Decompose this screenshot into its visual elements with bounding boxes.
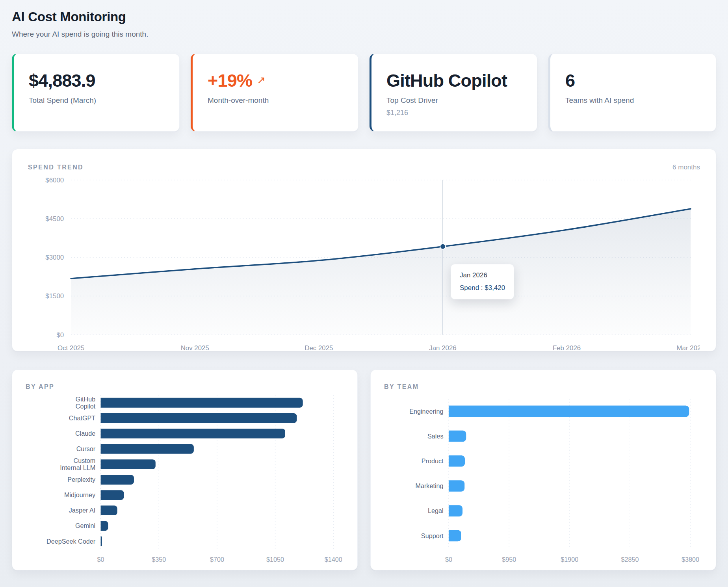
kpi-team-count-label: Teams with AI spend [565, 96, 701, 105]
kpi-team-count-value: 6 [565, 71, 701, 90]
trend-up-arrow-icon: ↗ [257, 74, 265, 86]
by-team-title: BY TEAM [384, 383, 419, 390]
kpi-top-driver-amount: $1,216 [386, 109, 522, 117]
kpi-mom-percent: +19% [208, 71, 252, 91]
svg-text:$1500: $1500 [45, 292, 64, 300]
svg-text:Dec 2025: Dec 2025 [305, 344, 333, 352]
spend-trend-header: SPEND TREND 6 months [28, 163, 700, 171]
kpi-total-spend-label: Total Spend (March) [29, 96, 164, 105]
svg-text:$350: $350 [152, 556, 166, 563]
svg-text:$1900: $1900 [561, 556, 578, 563]
svg-text:Cursor: Cursor [76, 445, 96, 452]
svg-text:Product: Product [422, 457, 444, 464]
svg-text:Gemini: Gemini [75, 522, 95, 529]
kpi-card-mom-change: +19%↗ Month-over-month [191, 54, 358, 132]
spend-trend-title: SPEND TREND [28, 164, 84, 171]
svg-text:Feb 2026: Feb 2026 [553, 344, 581, 352]
kpi-top-driver-value: GitHub Copilot [386, 71, 522, 90]
by-app-chart[interactable]: $0$350$700$1050$1400GitHubCopilotChatGPT… [26, 393, 344, 569]
svg-text:Oct 2025: Oct 2025 [58, 344, 84, 352]
by-team-panel: BY TEAM $0$950$1900$2850$3800Engineering… [370, 370, 716, 570]
svg-text:$2850: $2850 [621, 556, 639, 563]
svg-text:Legal: Legal [428, 507, 444, 514]
svg-text:Mar 2026: Mar 2026 [677, 344, 700, 352]
kpi-card-total-spend: $4,883.9 Total Spend (March) [12, 54, 180, 132]
svg-text:Sales: Sales [427, 433, 444, 440]
svg-text:$4500: $4500 [45, 215, 64, 223]
spend-trend-panel: SPEND TREND 6 months $0$1500$3000$4500$6… [12, 149, 716, 351]
page-subtitle: Where your AI spend is going this month. [12, 30, 716, 39]
svg-text:GitHubCopilot: GitHubCopilot [76, 396, 96, 410]
svg-text:Midjourney: Midjourney [64, 491, 96, 498]
svg-text:$6000: $6000 [45, 176, 64, 184]
by-team-chart[interactable]: $0$950$1900$2850$3800EngineeringSalesPro… [384, 393, 702, 569]
svg-text:Jasper AI: Jasper AI [69, 507, 96, 514]
svg-text:$700: $700 [210, 556, 224, 563]
page-header: AI Cost Monitoring Where your AI spend i… [12, 9, 716, 39]
kpi-mom-label: Month-over-month [208, 96, 343, 105]
svg-text:$1050: $1050 [266, 556, 284, 563]
by-app-header: BY APP [26, 383, 344, 390]
svg-text:DeepSeek Coder: DeepSeek Coder [46, 538, 96, 545]
svg-text:$0: $0 [97, 556, 104, 563]
svg-text:$950: $950 [502, 556, 516, 563]
svg-text:Marketing: Marketing [415, 482, 443, 489]
svg-text:$0: $0 [56, 331, 64, 339]
kpi-card-team-count: 6 Teams with AI spend [548, 54, 716, 132]
spend-trend-range: 6 months [672, 163, 700, 171]
kpi-card-top-cost-driver: GitHub Copilot Top Cost Driver $1,216 [370, 54, 537, 132]
spend-trend-chart-wrap: $0$1500$3000$4500$6000Oct 2025Nov 2025De… [28, 174, 700, 357]
trend-tooltip: Jan 2026 Spend : $3,420 [451, 264, 514, 299]
by-app-title: BY APP [26, 383, 54, 390]
svg-text:Jan 2026: Jan 2026 [429, 344, 456, 352]
by-team-chart-wrap: $0$950$1900$2850$3800EngineeringSalesPro… [384, 393, 702, 569]
trend-tooltip-value: Spend : $3,420 [460, 284, 505, 292]
kpi-top-driver-label: Top Cost Driver [386, 96, 522, 105]
svg-text:Engineering: Engineering [409, 408, 443, 415]
svg-text:Claude: Claude [75, 430, 95, 437]
svg-text:$3800: $3800 [682, 556, 699, 563]
spend-trend-chart[interactable]: $0$1500$3000$4500$6000Oct 2025Nov 2025De… [28, 174, 700, 357]
svg-text:Support: Support [421, 532, 444, 539]
kpi-total-spend-value: $4,883.9 [29, 71, 164, 90]
bottom-row: BY APP $0$350$700$1050$1400GitHubCopilot… [12, 370, 716, 570]
svg-text:Nov 2025: Nov 2025 [181, 344, 209, 352]
by-team-header: BY TEAM [384, 383, 702, 390]
kpi-row: $4,883.9 Total Spend (March) +19%↗ Month… [12, 54, 716, 132]
svg-text:$1400: $1400 [325, 556, 342, 563]
by-app-panel: BY APP $0$350$700$1050$1400GitHubCopilot… [12, 370, 358, 570]
kpi-mom-value: +19%↗ [208, 71, 343, 90]
page-title: AI Cost Monitoring [12, 9, 716, 24]
svg-text:ChatGPT: ChatGPT [69, 414, 96, 422]
svg-text:$3000: $3000 [45, 254, 64, 261]
svg-text:$0: $0 [445, 556, 452, 563]
dashboard-page: AI Cost Monitoring Where your AI spend i… [0, 0, 728, 587]
trend-tooltip-title: Jan 2026 [460, 271, 505, 279]
svg-text:CustomInternal LLM: CustomInternal LLM [60, 457, 95, 471]
svg-text:Perplexity: Perplexity [67, 476, 96, 483]
by-app-chart-wrap: $0$350$700$1050$1400GitHubCopilotChatGPT… [26, 393, 344, 569]
